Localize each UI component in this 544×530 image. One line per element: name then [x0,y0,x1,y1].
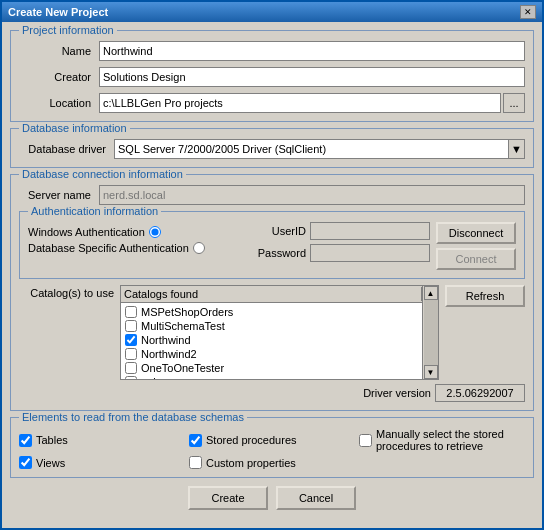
tables-checkbox[interactable] [19,434,32,447]
windows-auth-row: Windows Authentication [28,226,241,238]
catalog-header-text: Catalogs found [124,288,198,300]
password-row: Password [251,244,430,262]
refresh-area: Refresh [445,285,525,309]
custom-props-checkbox[interactable] [189,456,202,469]
list-item[interactable]: MultiSchemaTest [121,319,438,333]
project-info-title: Project information [19,24,117,36]
creator-row: Creator [19,67,525,87]
auth-title: Authentication information [28,205,161,217]
name-label: Name [19,45,99,57]
custom-props-label: Custom properties [206,457,296,469]
driver-version-label: Driver version [363,387,431,399]
list-item[interactable]: Northwind [121,333,438,347]
catalog-list[interactable]: Catalogs found ▲ MSPetShopOrdersMultiSch… [120,285,439,380]
credentials-section: UserID Password [251,222,430,262]
driver-label: Database driver [19,143,114,155]
project-info-group: Project information Name Creator Locatio… [10,30,534,122]
list-item[interactable]: Northwind2 [121,347,438,361]
custom-props-row: Custom properties [189,456,355,469]
elements-title: Elements to read from the database schem… [19,411,247,423]
auth-section: Authentication information Windows Authe… [19,211,525,279]
list-item[interactable]: OneToOneTester [121,361,438,375]
title-bar-buttons: ✕ [520,5,536,19]
catalog-item-checkbox[interactable] [125,376,137,380]
refresh-button[interactable]: Refresh [445,285,525,307]
server-label: Server name [19,189,99,201]
driver-select[interactable]: SQL Server 7/2000/2005 Driver (SqlClient… [114,139,525,159]
driver-version-row: Driver version [19,384,525,402]
views-label: Views [36,457,65,469]
list-item[interactable]: pubs [121,375,438,380]
connect-button[interactable]: Connect [436,248,516,270]
userid-label: UserID [251,225,306,237]
catalog-item-name: MultiSchemaTest [141,320,225,332]
connection-info-group: Database connection information Server n… [10,174,534,411]
content-area: Project information Name Creator Locatio… [2,22,542,518]
location-row: Location ... [19,93,525,113]
name-row: Name [19,41,525,61]
creator-label: Creator [19,71,99,83]
scroll-down-button[interactable]: ▼ [424,365,438,379]
tables-label: Tables [36,434,68,446]
connection-info-title: Database connection information [19,168,186,180]
db-auth-radio[interactable] [193,242,205,254]
catalog-area: Catalogs found ▲ MSPetShopOrdersMultiSch… [120,285,439,380]
db-auth-row: Database Specific Authentication [28,242,241,254]
location-input[interactable] [99,93,501,113]
main-window: Create New Project ✕ Project information… [0,0,544,530]
manual-stored-procs-checkbox[interactable] [359,434,372,447]
auth-options: Windows Authentication Database Specific… [28,222,241,254]
manual-stored-procs-row: Manually select the stored procedures to… [359,428,525,452]
stored-procs-row: Stored procedures [189,428,355,452]
browse-button[interactable]: ... [503,93,525,113]
catalog-section: Catalog(s) to use Catalogs found ▲ MSPet… [19,285,525,380]
database-info-group: Database information Database driver SQL… [10,128,534,168]
catalog-scrollbar[interactable]: ▲ ▼ [422,286,438,379]
auth-body: Windows Authentication Database Specific… [28,222,516,270]
windows-auth-radio[interactable] [149,226,161,238]
catalog-item-name: Northwind [141,334,191,346]
location-label: Location [19,97,99,109]
cancel-button[interactable]: Cancel [276,486,356,510]
catalog-item-checkbox[interactable] [125,334,137,346]
name-input[interactable] [99,41,525,61]
stored-procs-checkbox[interactable] [189,434,202,447]
views-row: Views [19,456,185,469]
driver-row: Database driver SQL Server 7/2000/2005 D… [19,139,525,159]
catalog-item-name: pubs [141,376,165,380]
close-button[interactable]: ✕ [520,5,536,19]
create-button[interactable]: Create [188,486,268,510]
catalog-items: MSPetShopOrdersMultiSchemaTestNorthwindN… [121,303,438,380]
catalog-item-name: MSPetShopOrders [141,306,233,318]
connect-buttons: Disconnect Connect [436,222,516,270]
database-info-title: Database information [19,122,130,134]
title-bar: Create New Project ✕ [2,2,542,22]
driver-dropdown-arrow[interactable]: ▼ [508,140,524,158]
password-input[interactable] [310,244,430,262]
driver-version-input[interactable] [435,384,525,402]
catalog-item-name: OneToOneTester [141,362,224,374]
stored-procs-label: Stored procedures [206,434,297,446]
catalog-item-checkbox[interactable] [125,320,137,332]
views-checkbox[interactable] [19,456,32,469]
manual-stored-procs-label: Manually select the stored procedures to… [376,428,525,452]
scroll-up-button[interactable]: ▲ [424,286,438,300]
creator-input[interactable] [99,67,525,87]
driver-value: SQL Server 7/2000/2005 Driver (SqlClient… [118,143,326,155]
catalog-item-checkbox[interactable] [125,348,137,360]
server-input[interactable] [99,185,525,205]
bottom-buttons: Create Cancel [10,486,534,510]
userid-input[interactable] [310,222,430,240]
catalog-item-checkbox[interactable] [125,306,137,318]
catalog-item-checkbox[interactable] [125,362,137,374]
password-label: Password [251,247,306,259]
scroll-track [424,300,438,365]
list-item[interactable]: MSPetShopOrders [121,305,438,319]
disconnect-button[interactable]: Disconnect [436,222,516,244]
catalog-label: Catalog(s) to use [19,285,114,299]
elements-grid: Tables Stored procedures Manually select… [19,428,525,469]
catalog-item-name: Northwind2 [141,348,197,360]
userid-row: UserID [251,222,430,240]
window-title: Create New Project [8,6,108,18]
server-row: Server name [19,185,525,205]
